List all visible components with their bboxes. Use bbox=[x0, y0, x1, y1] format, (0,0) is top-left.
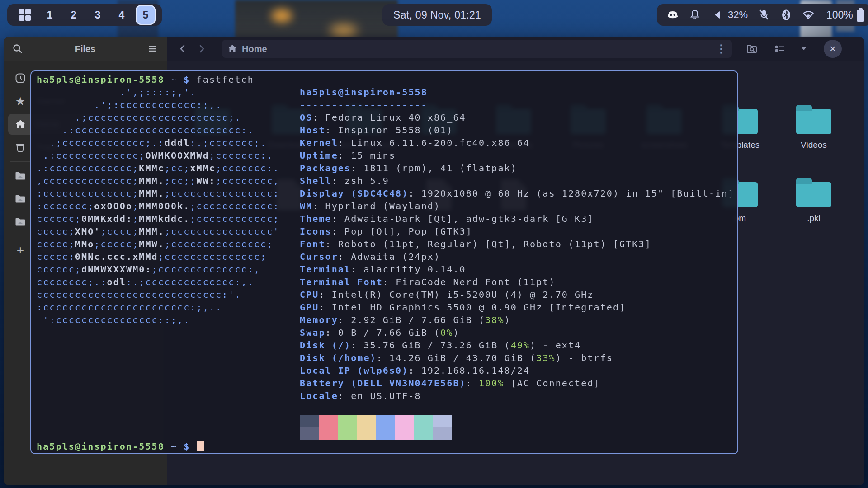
toolbar: Home ⋮ × bbox=[167, 37, 864, 61]
trash-icon bbox=[14, 141, 26, 153]
fastfetch-info: ha5pls@inspiron-5558 -------------------… bbox=[300, 86, 735, 402]
folder-icon bbox=[796, 109, 831, 134]
system-tray: 32%⚙ bbox=[657, 4, 846, 26]
palette-swatch bbox=[376, 415, 395, 427]
palette-swatch bbox=[338, 427, 357, 440]
hamburger-menu-icon[interactable] bbox=[147, 43, 159, 55]
bluetooth-icon[interactable] bbox=[780, 9, 792, 21]
tab-label: Home bbox=[242, 44, 267, 54]
folder-icon bbox=[796, 182, 831, 207]
palette-swatch bbox=[414, 427, 433, 440]
workspace-button-1[interactable]: 1 bbox=[40, 5, 60, 25]
workspaces-pill: 12345 bbox=[7, 4, 162, 26]
palette-swatch bbox=[414, 415, 433, 427]
wifi-icon[interactable] bbox=[802, 9, 814, 21]
palette-swatch bbox=[319, 415, 338, 427]
workspace-button-4[interactable]: 4 bbox=[112, 5, 132, 25]
palette-swatch bbox=[395, 415, 414, 427]
app-title: Files bbox=[24, 44, 147, 54]
shell-prompt-line: ha5pls@inspiron-5558 ~ $ fastfetch bbox=[37, 73, 254, 86]
item-label: Videos bbox=[801, 140, 827, 150]
kebab-menu-icon[interactable]: ⋮ bbox=[716, 42, 726, 55]
folder-search-icon[interactable] bbox=[742, 40, 762, 58]
terminal-content[interactable]: ha5pls@inspiron-5558 ~ $ fastfetch .',;:… bbox=[31, 71, 737, 453]
folder-icon bbox=[14, 170, 26, 182]
fastfetch-ascii-logo: .',;::::;,'. .';:cccccccccccc:;,. .;cccc… bbox=[37, 86, 279, 326]
terminal-window[interactable]: ha5pls@inspiron-5558 ~ $ fastfetch .',;:… bbox=[30, 70, 738, 454]
forward-button[interactable] bbox=[192, 40, 210, 58]
folder-icon bbox=[14, 193, 26, 205]
plus-icon: + bbox=[14, 244, 26, 256]
palette-swatch bbox=[433, 415, 452, 427]
files-headerbar: Files Home ⋮ bbox=[4, 37, 864, 61]
close-icon[interactable]: × bbox=[824, 40, 842, 58]
tab-home[interactable]: Home ⋮ bbox=[222, 40, 732, 58]
palette-swatch bbox=[357, 415, 376, 427]
palette-swatch bbox=[433, 427, 452, 440]
palette-swatch bbox=[395, 427, 414, 440]
palette-swatch bbox=[300, 427, 319, 440]
folder-icon bbox=[14, 216, 26, 228]
battery-indicator[interactable]: 100% bbox=[819, 4, 868, 26]
folder-item[interactable]: .pki bbox=[778, 178, 850, 223]
sidebar-header: Files bbox=[4, 37, 167, 61]
palette-row bbox=[300, 427, 452, 440]
chevron-down-icon[interactable] bbox=[794, 40, 814, 58]
discord-icon[interactable] bbox=[667, 9, 679, 21]
palette-swatch bbox=[338, 415, 357, 427]
workspace-button-2[interactable]: 2 bbox=[64, 5, 84, 25]
clock-text: Sat, 09 Nov, 01:21 bbox=[393, 9, 481, 21]
back-button[interactable] bbox=[174, 40, 192, 58]
terminal-color-palette bbox=[300, 415, 452, 440]
workspace-button-3[interactable]: 3 bbox=[88, 5, 108, 25]
workspace-list: 12345 bbox=[40, 5, 156, 25]
shell-prompt-current: ha5pls@inspiron-5558 ~ $ bbox=[37, 440, 204, 453]
speaker-icon[interactable] bbox=[711, 9, 723, 21]
recent-icon bbox=[14, 72, 26, 84]
palette-row bbox=[300, 415, 452, 427]
battery-percent: 100% bbox=[826, 9, 853, 21]
star-icon: ★ bbox=[14, 95, 26, 107]
item-label: .pki bbox=[807, 213, 821, 223]
mic-muted-icon[interactable] bbox=[758, 9, 770, 21]
status-bar: 12345 Sat, 09 Nov, 01:21 32%⚙ 100% bbox=[0, 0, 868, 30]
folder-item[interactable]: Videos bbox=[778, 104, 850, 150]
view-switcher bbox=[770, 40, 814, 58]
terminal-cursor bbox=[197, 441, 204, 451]
list-view-icon[interactable] bbox=[770, 40, 790, 58]
bell-icon[interactable] bbox=[689, 9, 701, 21]
home-icon bbox=[14, 118, 26, 130]
search-icon[interactable] bbox=[12, 43, 24, 55]
workspace-button-5[interactable]: 5 bbox=[136, 5, 156, 25]
home-icon bbox=[227, 44, 237, 54]
app-launcher-icon[interactable] bbox=[19, 9, 31, 21]
clock[interactable]: Sat, 09 Nov, 01:21 bbox=[382, 4, 492, 26]
palette-swatch bbox=[300, 415, 319, 427]
palette-swatch bbox=[357, 427, 376, 440]
battery-icon bbox=[857, 10, 864, 22]
palette-swatch bbox=[319, 427, 338, 440]
palette-swatch bbox=[376, 427, 395, 440]
volume-percent: 32% bbox=[728, 9, 748, 21]
